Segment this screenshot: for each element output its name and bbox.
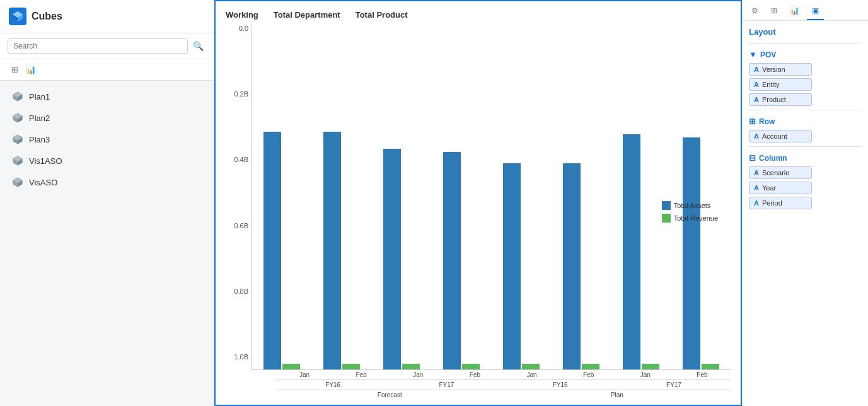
chart-area: 0.00.2B0.4B0.6B0.8B1.0B JanFebJanFebJanF… (226, 25, 731, 398)
y-axis-label: 0.0 (226, 25, 248, 32)
bar-group (611, 25, 671, 369)
chip-letter: A (754, 199, 759, 207)
pov-chip-version[interactable]: AVersion (749, 63, 812, 76)
sidebar-header: Cubes (0, 0, 214, 33)
row-icon: ⊞ (749, 117, 756, 126)
sidebar-item-vis1aso[interactable]: Vis1ASO (0, 150, 214, 171)
right-tab-chart[interactable]: 📊 (785, 3, 804, 20)
cube-icon (11, 133, 24, 146)
x-month-label: Jan (390, 371, 446, 378)
sidebar-item-visaso[interactable]: VisASO (0, 171, 214, 193)
main-chart-area: WorkingTotal DepartmentTotal Product 0.0… (214, 0, 742, 406)
chip-letter: A (754, 81, 759, 88)
x-scenario-label: Forecast (276, 390, 504, 398)
pov-chips: AVersionAEntityAProduct (749, 63, 862, 106)
chip-letter: A (754, 66, 759, 73)
right-tab-view[interactable]: ▣ (807, 3, 824, 20)
sidebar-item-label: Plan3 (29, 135, 50, 144)
pov-section-header: ▼ POV (749, 50, 862, 59)
legend-item: Total Revenue (662, 214, 718, 223)
search-button[interactable]: 🔍 (190, 40, 206, 52)
row-section-header: ⊞ Row (749, 117, 862, 126)
sidebar: Cubes 🔍 ⊞ 📊 Plan1 Plan2 Plan (0, 0, 214, 406)
sidebar-item-label: Vis1ASO (29, 156, 62, 166)
y-axis-label: 1.0B (226, 353, 248, 361)
bar-group (371, 25, 431, 369)
chip-letter: A (754, 184, 759, 192)
chart-header: WorkingTotal DepartmentTotal Product (226, 10, 731, 20)
bar-revenue (702, 364, 719, 369)
cube-icon (11, 90, 24, 103)
sidebar-item-label: Plan1 (29, 92, 50, 102)
right-panel-tabs: ⚙⊞📊▣ (743, 0, 868, 21)
legend-label: Total Assets (674, 202, 711, 209)
chip-label: Period (762, 199, 782, 207)
x-month-label: Feb (446, 371, 503, 378)
x-month-label: Jan (617, 371, 674, 378)
column-icon: ⊟ (749, 153, 756, 163)
bars-container (251, 25, 731, 370)
chip-label: Entity (762, 81, 780, 88)
y-axis-label: 0.8B (226, 287, 248, 295)
y-axis-label: 0.4B (226, 156, 248, 163)
filter-icon: ▼ (749, 50, 757, 59)
pov-label: POV (760, 50, 776, 59)
x-month-labels: JanFebJanFebJanFebJanFeb (276, 371, 731, 378)
bar-assets (563, 163, 581, 369)
column-chips: AScenarioAYearAPeriod (749, 166, 862, 209)
x-fy-label: FY16 (276, 380, 390, 388)
column-chip-scenario[interactable]: AScenario (749, 166, 812, 179)
x-fy-labels: FY16FY17FY16FY17 (276, 380, 731, 388)
right-tab-layout[interactable]: ⊞ (766, 3, 782, 20)
chart-header-label: Total Department (274, 10, 340, 20)
cube-icon (11, 176, 24, 188)
x-scenario-labels: ForecastPlan (276, 390, 731, 398)
pov-chip-entity[interactable]: AEntity (749, 78, 812, 91)
right-panel-content: Layout ▼ POV AVersionAEntityAProduct ⊞ R… (743, 21, 868, 406)
bar-assets (503, 163, 521, 369)
x-month-label: Feb (333, 371, 390, 378)
bar-assets (263, 132, 281, 369)
column-chip-year[interactable]: AYear (749, 182, 812, 194)
search-container: 🔍 (0, 33, 214, 59)
pov-chip-product[interactable]: AProduct (749, 93, 812, 106)
grid-nav-icon[interactable]: ⊞ (8, 63, 22, 76)
bar-group (252, 25, 311, 369)
bar-assets (623, 134, 640, 369)
x-month-label: Jan (276, 371, 333, 378)
bar-revenue (402, 364, 420, 369)
chart-header-label: Total Product (356, 10, 408, 20)
chip-letter: A (754, 96, 759, 103)
nav-icons-bar: ⊞ 📊 (0, 59, 214, 81)
chart-body: JanFebJanFebJanFebJanFeb FY16FY17FY16FY1… (251, 25, 731, 398)
chip-label: Scenario (762, 169, 789, 177)
bar-assets (383, 149, 401, 369)
sidebar-item-plan2[interactable]: Plan2 (0, 107, 214, 129)
cube-icon (11, 112, 24, 124)
bar-revenue (582, 364, 599, 369)
search-input[interactable] (8, 38, 188, 54)
bar-revenue (342, 364, 360, 369)
y-axis: 0.00.2B0.4B0.6B0.8B1.0B (226, 25, 251, 398)
app-title: Cubes (32, 11, 62, 22)
cube-list: Plan1 Plan2 Plan3 Vis1ASO (0, 81, 214, 406)
x-axis-container: JanFebJanFebJanFebJanFeb FY16FY17FY16FY1… (251, 371, 731, 398)
row-chip-account[interactable]: AAccount (749, 130, 812, 142)
right-tab-settings[interactable]: ⚙ (746, 3, 763, 20)
sidebar-item-plan3[interactable]: Plan3 (0, 129, 214, 150)
right-panel: ⚙⊞📊▣ Layout ▼ POV AVersionAEntityAProduc… (742, 0, 868, 406)
bar-group (551, 25, 611, 369)
sidebar-item-label: VisASO (29, 178, 57, 187)
bar-revenue (282, 364, 300, 369)
sidebar-item-plan1[interactable]: Plan1 (0, 86, 214, 107)
chip-label: Product (762, 96, 786, 103)
chart-legend: Total Assets Total Revenue (662, 201, 718, 223)
y-axis-label: 0.6B (226, 222, 248, 229)
chip-letter: A (754, 169, 759, 177)
chart-nav-icon[interactable]: 📊 (22, 63, 40, 76)
bar-group (671, 25, 731, 369)
x-fy-label: FY16 (504, 380, 617, 388)
bar-revenue (522, 364, 540, 369)
x-month-label: Feb (560, 371, 617, 378)
column-chip-period[interactable]: APeriod (749, 197, 812, 209)
